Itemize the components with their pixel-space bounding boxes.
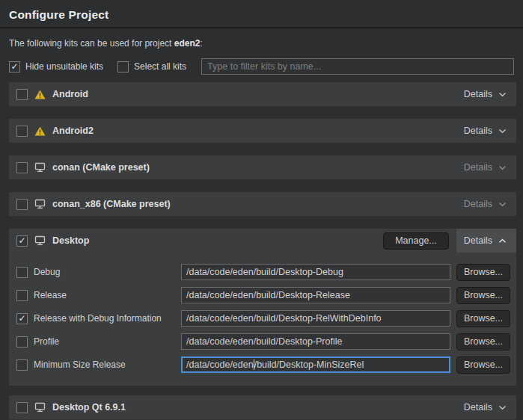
build-config-row-debug: Debug Browse... bbox=[16, 264, 510, 280]
build-dir-input[interactable] bbox=[181, 264, 450, 280]
config-checkbox[interactable] bbox=[16, 290, 28, 301]
kit-row-desktop[interactable]: Desktop Manage... Details bbox=[9, 229, 516, 253]
build-config-row-relwithdebinfo: Release with Debug Information Browse... bbox=[16, 310, 510, 327]
page-title: Configure Project bbox=[9, 8, 514, 22]
config-checkbox[interactable] bbox=[16, 267, 28, 278]
select-all-kits-option[interactable]: Select all kits bbox=[117, 61, 186, 72]
kit-filter-toolbar: Hide unsuitable kits Select all kits bbox=[9, 58, 514, 75]
config-label: Profile bbox=[34, 336, 181, 347]
browse-button[interactable]: Browse... bbox=[456, 333, 510, 350]
browse-button[interactable]: Browse... bbox=[456, 264, 510, 281]
path-text-after-caret: /build/Desktop-MinSizeRel bbox=[254, 359, 364, 370]
kit-checkbox[interactable] bbox=[16, 199, 28, 210]
details-button[interactable]: Details bbox=[456, 82, 516, 106]
build-dir-input[interactable] bbox=[181, 287, 450, 303]
kit-list: Android Details Android2 Details conan (… bbox=[9, 82, 516, 419]
project-name: eden2 bbox=[174, 38, 201, 49]
kit-checkbox[interactable] bbox=[16, 126, 28, 137]
kit-checkbox[interactable] bbox=[16, 402, 28, 413]
build-config-row-release: Release Browse... bbox=[16, 287, 510, 303]
kit-name: Android2 bbox=[52, 126, 94, 136]
kit-name: Desktop Qt 6.9.1 bbox=[52, 402, 126, 413]
kit-row-android[interactable]: Android Details bbox=[9, 82, 516, 106]
kit-checkbox[interactable] bbox=[16, 235, 28, 247]
chevron-down-icon bbox=[498, 405, 507, 410]
kit-row-android2[interactable]: Android2 Details bbox=[9, 119, 516, 143]
details-button[interactable]: Details bbox=[456, 229, 516, 253]
details-button[interactable]: Details bbox=[456, 395, 516, 419]
chevron-down-icon bbox=[498, 202, 507, 207]
warning-icon bbox=[34, 90, 46, 99]
kit-filter-input[interactable] bbox=[201, 58, 514, 75]
details-label: Details bbox=[464, 402, 492, 413]
config-label: Minimum Size Release bbox=[34, 359, 181, 370]
browse-button[interactable]: Browse... bbox=[456, 356, 510, 374]
config-label: Debug bbox=[34, 267, 181, 277]
kit-checkbox[interactable] bbox=[16, 89, 28, 100]
browse-button[interactable]: Browse... bbox=[456, 287, 510, 304]
browse-button[interactable]: Browse... bbox=[456, 310, 510, 327]
chevron-down-icon bbox=[498, 129, 507, 134]
kit-row-conan[interactable]: conan (CMake preset) Details bbox=[9, 155, 516, 179]
details-label: Details bbox=[464, 162, 492, 173]
kit-panel-desktop: Desktop Manage... Details Debug Browse..… bbox=[9, 229, 516, 386]
intro-suffix: : bbox=[200, 38, 202, 49]
details-label: Details bbox=[464, 235, 492, 246]
desktop-icon bbox=[34, 162, 46, 173]
chevron-up-icon bbox=[498, 238, 507, 244]
kit-row-conan-x86[interactable]: conan_x86 (CMake preset) Details bbox=[9, 192, 516, 216]
kit-row-desktop-qt[interactable]: Desktop Qt 6.9.1 Details bbox=[9, 395, 516, 419]
details-label: Details bbox=[464, 89, 492, 99]
build-dir-input[interactable] bbox=[181, 310, 450, 327]
config-checkbox[interactable] bbox=[16, 336, 28, 348]
build-config-row-minsizerel: Minimum Size Release /data/code/eden/bui… bbox=[16, 356, 510, 373]
desktop-icon bbox=[34, 235, 46, 246]
hide-unsuitable-checkbox[interactable] bbox=[9, 61, 20, 72]
details-button[interactable]: Details bbox=[456, 155, 516, 179]
select-all-label: Select all kits bbox=[134, 61, 186, 72]
warning-icon bbox=[34, 126, 46, 136]
details-button[interactable]: Details bbox=[456, 192, 516, 216]
kit-name: conan (CMake preset) bbox=[52, 162, 150, 173]
desktop-icon bbox=[34, 402, 46, 413]
details-label: Details bbox=[464, 126, 492, 136]
build-dir-input-focused[interactable]: /data/code/eden/build/Desktop-MinSizeRel bbox=[181, 356, 450, 373]
kit-name: conan_x86 (CMake preset) bbox=[52, 199, 171, 209]
config-label: Release bbox=[34, 290, 181, 300]
build-config-row-profile: Profile Browse... bbox=[16, 333, 510, 350]
kit-name: Android bbox=[52, 89, 88, 99]
details-button[interactable]: Details bbox=[456, 119, 516, 143]
config-checkbox[interactable] bbox=[16, 359, 28, 371]
select-all-checkbox[interactable] bbox=[117, 61, 129, 72]
config-label: Release with Debug Information bbox=[34, 313, 181, 324]
kit-checkbox[interactable] bbox=[16, 162, 28, 173]
path-text-before-caret: /data/code/eden bbox=[186, 359, 254, 370]
chevron-down-icon bbox=[498, 92, 507, 97]
desktop-icon bbox=[34, 199, 46, 209]
intro-prefix: The following kits can be used for proje… bbox=[9, 38, 174, 49]
manage-kits-button[interactable]: Manage... bbox=[383, 232, 449, 250]
chevron-down-icon bbox=[498, 165, 507, 170]
hide-unsuitable-label: Hide unsuitable kits bbox=[25, 61, 103, 72]
kit-name: Desktop bbox=[52, 235, 89, 246]
intro-text: The following kits can be used for proje… bbox=[9, 38, 514, 49]
hide-unsuitable-kits-option[interactable]: Hide unsuitable kits bbox=[9, 61, 103, 72]
config-checkbox[interactable] bbox=[16, 313, 28, 324]
details-label: Details bbox=[464, 199, 492, 209]
window-titlebar: Configure Project bbox=[0, 0, 523, 28]
build-dir-input[interactable] bbox=[181, 333, 450, 350]
